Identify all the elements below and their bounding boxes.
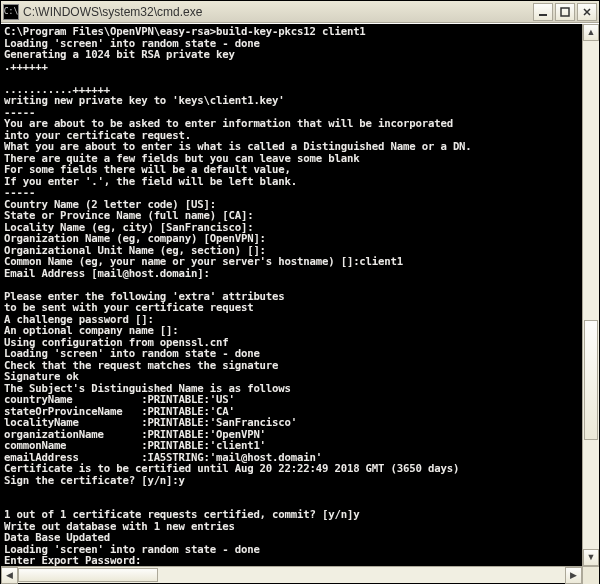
titlebar[interactable]: C:\ C:\WINDOWS\system32\cmd.exe bbox=[1, 1, 599, 23]
svg-rect-1 bbox=[561, 8, 569, 16]
chevron-right-icon: ▶ bbox=[570, 571, 577, 580]
maximize-button[interactable] bbox=[555, 3, 575, 21]
horizontal-scrollbar[interactable]: ◀ ▶ bbox=[1, 566, 599, 583]
close-button[interactable] bbox=[577, 3, 597, 21]
scroll-left-button[interactable]: ◀ bbox=[1, 567, 18, 584]
scroll-right-button[interactable]: ▶ bbox=[565, 567, 582, 584]
minimize-button[interactable] bbox=[533, 3, 553, 21]
cmd-window: C:\ C:\WINDOWS\system32\cmd.exe C:\Progr… bbox=[0, 0, 600, 584]
chevron-down-icon: ▼ bbox=[587, 553, 596, 562]
vertical-scroll-track[interactable] bbox=[583, 41, 599, 549]
vertical-scrollbar[interactable]: ▲ ▼ bbox=[582, 24, 599, 566]
vertical-scroll-thumb[interactable] bbox=[584, 320, 598, 440]
scrollbar-corner bbox=[582, 567, 599, 584]
window-controls bbox=[533, 3, 597, 21]
chevron-left-icon: ◀ bbox=[6, 571, 13, 580]
chevron-up-icon: ▲ bbox=[587, 28, 596, 37]
app-icon: C:\ bbox=[3, 4, 19, 20]
horizontal-scroll-track[interactable] bbox=[18, 567, 565, 583]
scroll-down-button[interactable]: ▼ bbox=[583, 549, 599, 566]
svg-rect-0 bbox=[539, 14, 547, 16]
console-output[interactable]: C:\Program Files\OpenVPN\easy-rsa>build-… bbox=[1, 24, 582, 566]
horizontal-scroll-thumb[interactable] bbox=[18, 568, 158, 582]
window-title: C:\WINDOWS\system32\cmd.exe bbox=[23, 5, 533, 19]
scroll-up-button[interactable]: ▲ bbox=[583, 24, 599, 41]
console-area: C:\Program Files\OpenVPN\easy-rsa>build-… bbox=[1, 23, 599, 566]
